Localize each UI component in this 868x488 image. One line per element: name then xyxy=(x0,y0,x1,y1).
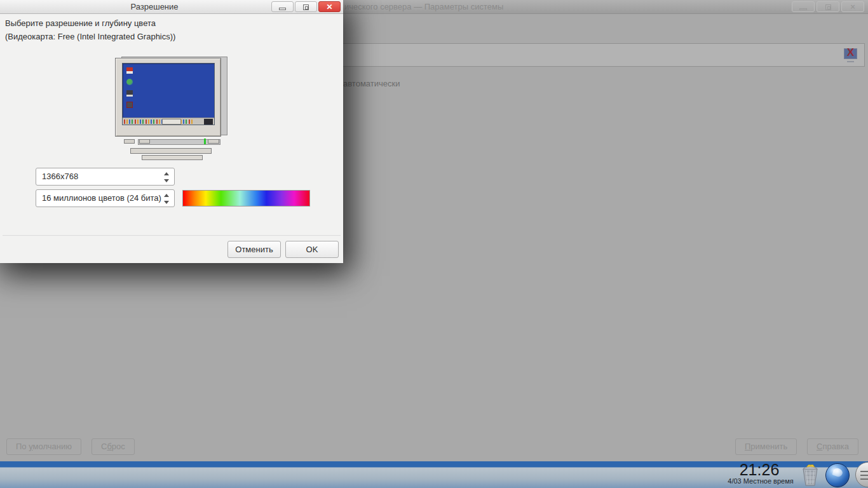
mini-home-icon xyxy=(126,67,133,74)
bg-auto-text: автоматически xyxy=(343,79,400,88)
apply-button[interactable]: Применить xyxy=(735,438,797,455)
mini-taskbar xyxy=(123,118,214,125)
dialog-separator xyxy=(3,235,341,236)
defaults-button[interactable]: По умолчанию xyxy=(6,438,81,455)
close-icon: × xyxy=(842,2,864,12)
trash-icon xyxy=(798,463,822,487)
help-button[interactable]: Справка xyxy=(807,438,858,455)
reset-button[interactable]: Сброс xyxy=(92,438,135,455)
color-gradient-bar xyxy=(182,190,310,207)
dialog-close-button[interactable]: ✕ xyxy=(318,1,341,12)
color-depth-spinner[interactable] xyxy=(163,193,170,205)
resolution-value: 868x488 xyxy=(42,172,78,181)
cancel-button[interactable]: Отменить xyxy=(227,241,281,258)
xorg-server-icon: X xyxy=(843,48,858,62)
dialog-titlebar[interactable]: Разрешение ✕ xyxy=(0,0,343,14)
dialog-instruction: Выберите разрешение и глубину цвета xyxy=(5,18,156,28)
spin-up-icon xyxy=(164,194,169,197)
bg-minimize-button[interactable] xyxy=(792,1,815,12)
minimize-icon xyxy=(799,8,807,10)
minimize-icon xyxy=(279,8,286,10)
ok-button[interactable]: OK xyxy=(285,241,339,258)
background-window-title: ического сервера — Параметры системы xyxy=(344,2,503,11)
show-desktop-sphere[interactable] xyxy=(825,463,850,487)
dialog-maximize-button[interactable] xyxy=(295,1,317,12)
spin-up-icon xyxy=(164,172,169,175)
spin-down-icon xyxy=(164,201,169,204)
mini-keyboard xyxy=(142,155,203,160)
maximize-icon xyxy=(303,4,309,10)
grip-lines-icon xyxy=(860,471,868,480)
color-depth-value: 16 миллионов цветов (24 бита) xyxy=(42,193,161,203)
resolution-spinner[interactable] xyxy=(163,171,170,184)
mini-floppy-icon xyxy=(126,90,133,97)
mini-globe-icon xyxy=(126,79,133,85)
trash-applet[interactable] xyxy=(798,463,822,487)
taskbar-clock-time[interactable]: 21:26 xyxy=(731,461,788,478)
bg-maximize-button[interactable] xyxy=(817,1,839,12)
maximize-icon xyxy=(825,4,831,10)
resolution-dialog: Разрешение ✕ Выберите разрешение и глуби… xyxy=(0,0,343,263)
dialog-videocard-info: (Видеокарта: Free (Intel Integrated Grap… xyxy=(5,32,175,41)
desktop: ического сервера — Параметры системы × X… xyxy=(0,0,868,488)
color-depth-select[interactable]: 16 миллионов цветов (24 бита) xyxy=(36,189,175,207)
power-led xyxy=(204,139,206,144)
mini-display-icon xyxy=(126,102,133,108)
spin-down-icon xyxy=(164,179,169,182)
taskbar-clock-date[interactable]: 4/03 Местное время xyxy=(723,477,798,485)
close-icon: ✕ xyxy=(319,3,340,12)
monitor-preview-image xyxy=(115,57,229,161)
bg-close-button[interactable]: × xyxy=(841,1,864,12)
dialog-minimize-button[interactable] xyxy=(271,1,294,12)
preview-screen xyxy=(122,63,215,125)
dialog-title: Разрешение xyxy=(0,2,309,11)
resolution-select[interactable]: 868x488 xyxy=(36,168,175,186)
